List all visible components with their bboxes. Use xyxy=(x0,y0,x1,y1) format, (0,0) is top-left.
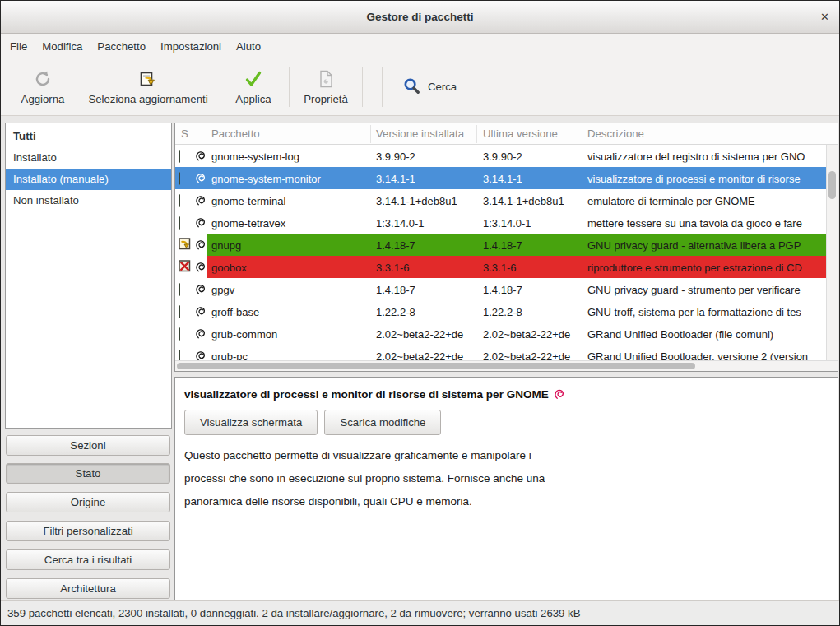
properties-label: Proprietà xyxy=(304,93,348,105)
changelog-button[interactable]: Scarica modifiche xyxy=(324,410,441,435)
package-description-cell: mettere tessere su una tavola da gioco e… xyxy=(587,216,827,229)
sidebar-button-cerca-tra-i-risultati[interactable]: Cerca tra i risultati xyxy=(6,549,170,570)
menu-pacchetto[interactable]: Pacchetto xyxy=(90,35,153,58)
installed-version: 2.02~beta2-22+de xyxy=(376,327,476,340)
package-status-icon xyxy=(179,283,193,295)
installed-checkbox-icon xyxy=(179,216,180,229)
statusbar: 359 pacchetti elencati, 2300 installati,… xyxy=(1,600,839,625)
filter-tutti[interactable]: Tutti xyxy=(6,126,171,147)
package-status-icon xyxy=(179,194,193,206)
installed-version: 1.4.18-7 xyxy=(376,239,476,251)
debian-swirl-icon xyxy=(196,173,208,183)
installed-version: 3.9.90-2 xyxy=(376,150,476,162)
installed-version: 1.4.18-7 xyxy=(376,283,476,295)
package-table: SPacchettoVersione installataUltima vers… xyxy=(174,123,838,372)
table-row[interactable]: grub-common2.02~beta2-22+de2.02~beta2-22… xyxy=(175,322,827,345)
installed-version: 1:3.14.0-1 xyxy=(376,216,476,229)
apply-label: Applica xyxy=(235,93,271,105)
package-description-cell: riproduttore e strumento per estrazione … xyxy=(587,261,827,273)
column-header-s[interactable]: S xyxy=(181,128,188,140)
column-header-ultima-versione[interactable]: Ultima versione xyxy=(483,128,558,140)
details-buttons: Visualizza schermataScarica modifiche xyxy=(184,410,828,435)
package-description-cell: visualizzatore del registro di sistema p… xyxy=(587,150,827,162)
package-description-cell: GNU privacy guard - alternativa libera a… xyxy=(587,239,827,251)
vertical-scrollbar-thumb[interactable] xyxy=(828,171,836,199)
remove-marked-icon xyxy=(179,260,193,275)
latest-version: 3.14.1-1+deb8u1 xyxy=(483,194,580,206)
mark-upgrades-icon xyxy=(138,68,158,90)
table-row[interactable]: gnome-tetravex1:3.14.0-11:3.14.0-1metter… xyxy=(175,211,827,234)
mark-upgrades-button[interactable]: Seleziona aggiornamenti xyxy=(78,62,218,113)
package-description-cell: GRand Unified Bootloader, versione 2 (ve… xyxy=(587,350,827,360)
latest-version: 3.14.1-1 xyxy=(483,172,580,184)
table-row[interactable]: gnome-system-log3.9.90-23.9.90-2visualiz… xyxy=(175,145,827,167)
table-row[interactable]: gnome-terminal3.14.1-1+deb8u13.14.1-1+de… xyxy=(175,189,827,211)
column-header-pacchetto[interactable]: Pacchetto xyxy=(211,128,260,140)
package-description-cell: visualizzatore di processi e monitor di … xyxy=(587,172,827,184)
menu-aiuto[interactable]: Aiuto xyxy=(229,35,268,58)
latest-version: 3.9.90-2 xyxy=(483,150,580,162)
column-header-descrizione[interactable]: Descrizione xyxy=(587,128,644,140)
horizontal-scrollbar[interactable] xyxy=(175,360,838,371)
installed-version: 3.3.1-6 xyxy=(376,261,476,273)
main-content: TuttiInstallatoInstallato (manuale)Non i… xyxy=(1,117,839,600)
package-description-cell: emulatore di terminale per GNOME xyxy=(587,194,827,206)
package-name: gnupg xyxy=(211,239,369,251)
package-name: goobox xyxy=(211,261,369,273)
debian-swirl-icon xyxy=(196,284,208,294)
installed-checkbox-icon xyxy=(179,350,180,360)
installed-version: 3.14.1-1+deb8u1 xyxy=(376,194,476,206)
debian-swirl-icon xyxy=(196,217,208,228)
column-header-versione-installata[interactable]: Versione installata xyxy=(376,128,464,140)
filter-non-installato[interactable]: Non installato xyxy=(6,190,171,211)
installed-checkbox-icon xyxy=(179,327,180,340)
package-details-panel: visualizzatore di processi e monitor di … xyxy=(174,377,838,602)
table-row[interactable]: gnome-system-monitor3.14.1-13.14.1-1visu… xyxy=(175,167,827,189)
search-label: Cerca xyxy=(428,81,457,93)
reinstall-marked-icon xyxy=(179,238,193,253)
menu-modifica[interactable]: Modifica xyxy=(35,35,90,58)
window-title: Gestore di pacchetti xyxy=(1,11,839,23)
sidebar-button-sezioni[interactable]: Sezioni xyxy=(6,435,170,456)
refresh-button: Aggiorna xyxy=(7,62,78,113)
close-icon[interactable]: ✕ xyxy=(820,12,829,22)
sidebar-button-architettura[interactable]: Architettura xyxy=(6,578,170,599)
installed-checkbox-icon xyxy=(179,194,180,206)
package-status-icon xyxy=(179,216,193,229)
vertical-scrollbar[interactable] xyxy=(826,145,838,360)
table-row[interactable]: groff-base1.22.2-81.22.2-8GNU troff, sis… xyxy=(175,300,827,322)
menu-impostazioni[interactable]: Impostazioni xyxy=(153,35,229,58)
sidebar-button-stato[interactable]: Stato xyxy=(6,463,170,484)
package-status-icon xyxy=(179,172,193,184)
filter-list: TuttiInstallatoInstallato (manuale)Non i… xyxy=(5,123,172,429)
package-description-cell: GRand Unified Bootloader (file comuni) xyxy=(587,327,827,340)
table-row[interactable]: goobox3.3.1-63.3.1-6riproduttore e strum… xyxy=(175,256,827,278)
apply-button[interactable]: Applica xyxy=(218,62,289,113)
properties-button: Proprietà xyxy=(290,62,362,113)
menu-file[interactable]: File xyxy=(2,35,35,58)
sidebar-button-origine[interactable]: Origine xyxy=(6,492,170,512)
refresh-label: Aggiorna xyxy=(21,93,65,105)
table-row[interactable]: gnupg1.4.18-71.4.18-7GNU privacy guard -… xyxy=(175,234,827,256)
sidebar-button-filtri-personalizzati[interactable]: Filtri personalizzati xyxy=(6,521,170,541)
latest-version: 1.4.18-7 xyxy=(483,283,580,295)
package-status-icon xyxy=(179,350,193,360)
horizontal-scrollbar-thumb[interactable] xyxy=(177,363,695,369)
installed-checkbox-icon xyxy=(179,305,180,318)
filter-installato[interactable]: Installato xyxy=(6,147,171,169)
menubar: FileModificaPacchettoImpostazioniAiuto xyxy=(1,34,839,58)
apply-check-icon xyxy=(244,68,263,90)
package-description-line: panoramica delle risorse disponibili, qu… xyxy=(184,495,828,508)
table-rows: gnome-system-log3.9.90-23.9.90-2visualiz… xyxy=(175,145,827,360)
package-description-line: processi che sono in esecuzione sul prop… xyxy=(184,472,828,485)
table-row[interactable]: gpgv1.4.18-71.4.18-7GNU privacy guard - … xyxy=(175,278,827,300)
installed-version: 3.14.1-1 xyxy=(376,172,476,184)
filter-installato-manuale[interactable]: Installato (manuale) xyxy=(6,169,171,190)
debian-swirl-icon xyxy=(196,328,208,339)
package-name: gnome-system-log xyxy=(211,150,369,162)
table-row[interactable]: grub-pc2.02~beta2-22+de2.02~beta2-22+deG… xyxy=(175,345,827,360)
search-button[interactable]: Cerca xyxy=(392,69,466,105)
package-description-cell: GNU troff, sistema per la formattazione … xyxy=(587,305,827,318)
package-manager-window: Gestore di pacchetti ✕ FileModificaPacch… xyxy=(0,0,840,626)
screenshot-button[interactable]: Visualizza schermata xyxy=(184,410,318,435)
